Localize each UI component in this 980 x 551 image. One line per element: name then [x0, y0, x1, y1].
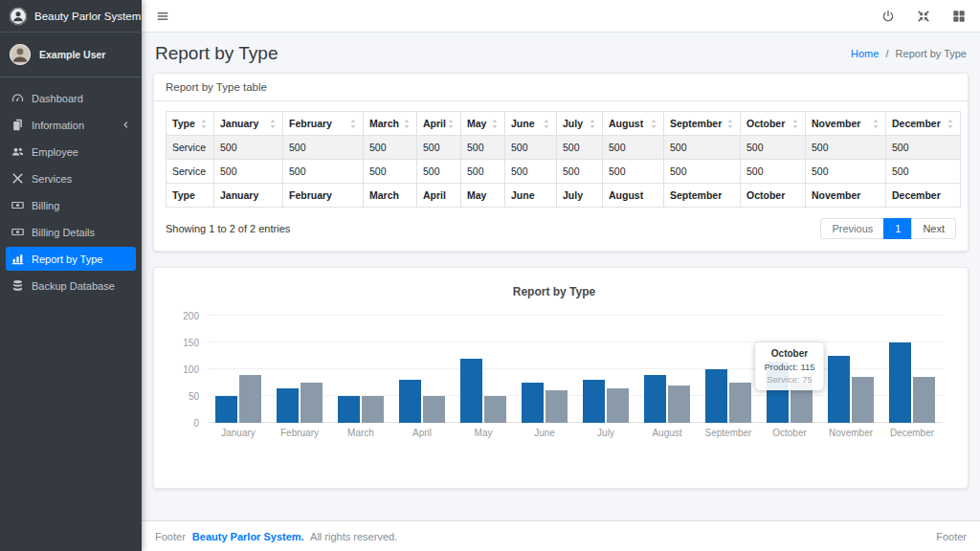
table-cell: 500 — [283, 136, 364, 160]
service-bar-april[interactable] — [423, 396, 445, 423]
sidebar-item-billing[interactable]: Billing — [6, 193, 136, 217]
power-icon[interactable] — [881, 10, 895, 23]
sidebar-item-label: Employee — [32, 146, 78, 158]
next-page-button[interactable]: Next — [911, 218, 956, 239]
product-bar-august[interactable] — [644, 375, 666, 423]
previous-page-button[interactable]: Previous — [820, 218, 884, 239]
brand[interactable]: Beauty Parlor System — [0, 0, 142, 33]
product-bar-april[interactable] — [399, 380, 421, 423]
money-icon — [11, 226, 24, 238]
sort-icon — [491, 119, 499, 129]
bar-group-may — [453, 316, 514, 423]
sidebar-item-report-by-type[interactable]: Report by Type — [6, 247, 136, 271]
product-bar-february[interactable] — [277, 388, 299, 423]
table-cell: 500 — [557, 136, 603, 160]
y-axis-tick: 150 — [183, 338, 199, 348]
product-bar-july[interactable] — [583, 380, 605, 423]
sidebar-item-employee[interactable]: Employee — [6, 140, 136, 164]
footer-column-september: September — [664, 184, 741, 208]
service-bar-may[interactable] — [484, 396, 506, 423]
chart-plot: October Product: 115 Service: 75 — [208, 316, 943, 423]
column-header-november[interactable]: November — [806, 112, 886, 136]
table-cell: 500 — [603, 160, 664, 184]
y-axis-tick: 200 — [183, 311, 199, 321]
file-icon — [11, 119, 24, 131]
table-cell: Service — [167, 136, 214, 160]
column-header-march[interactable]: March — [364, 112, 417, 136]
sidebar-item-label: Billing — [32, 200, 59, 211]
product-bar-may[interactable] — [460, 359, 482, 423]
report-table: TypeJanuaryFebruaryMarchAprilMayJuneJuly… — [166, 111, 961, 208]
footer-prefix: Footer — [155, 531, 186, 542]
service-bar-january[interactable] — [239, 375, 261, 423]
column-header-january[interactable]: January — [214, 112, 283, 136]
grid-icon[interactable] — [952, 10, 966, 23]
y-axis-tick: 0 — [193, 418, 199, 429]
table-cell: 500 — [364, 160, 417, 184]
sort-icon — [947, 119, 954, 129]
column-header-type[interactable]: Type — [167, 112, 214, 136]
page-footer: Footer Beauty Parlor System. All rights … — [142, 520, 980, 551]
breadcrumb-home-link[interactable]: Home — [851, 48, 879, 59]
footer-column-december: December — [886, 184, 961, 208]
breadcrumb-current: Report by Type — [896, 48, 967, 59]
service-bar-february[interactable] — [301, 383, 323, 423]
sort-icon — [589, 119, 596, 129]
x-axis-label-december: December — [881, 428, 943, 438]
users-icon — [11, 145, 24, 158]
chart-y-axis: 050100150200 — [166, 316, 208, 423]
navbar-right-icons — [881, 10, 966, 23]
bar-group-march — [330, 316, 391, 423]
product-bar-november[interactable] — [828, 356, 850, 423]
footer-column-march: March — [364, 184, 417, 208]
service-bar-june[interactable] — [546, 390, 568, 423]
x-axis-label-january: January — [208, 428, 269, 438]
sidebar-item-label: Services — [32, 173, 72, 185]
sidebar-item-backup-database[interactable]: Backup Database — [6, 274, 136, 298]
table-cell: 500 — [283, 160, 364, 184]
column-header-february[interactable]: February — [283, 112, 364, 136]
sidebar-item-services[interactable]: Services — [6, 166, 136, 190]
product-bar-january[interactable] — [215, 396, 237, 423]
user-panel[interactable]: Example User — [0, 33, 142, 77]
sidebar-item-billing-details[interactable]: Billing Details — [6, 220, 136, 244]
sidebar-item-dashboard[interactable]: Dashboard — [6, 86, 136, 110]
sort-icon — [650, 119, 657, 129]
table-cell: 500 — [664, 160, 741, 184]
footer-column-august: August — [603, 184, 664, 208]
footer-brand-link[interactable]: Beauty Parlor System. — [192, 531, 304, 542]
sidebar-item-label: Billing Details — [32, 227, 95, 238]
service-bar-december[interactable] — [913, 377, 935, 423]
service-bar-march[interactable] — [362, 396, 384, 423]
column-header-october[interactable]: October — [741, 112, 806, 136]
service-bar-november[interactable] — [852, 377, 874, 423]
table-cell: 500 — [557, 160, 603, 184]
product-bar-september[interactable] — [705, 369, 727, 423]
sort-icon — [269, 119, 277, 129]
service-bar-july[interactable] — [607, 388, 629, 423]
sidebar-item-information[interactable]: Information — [6, 113, 136, 137]
product-bar-december[interactable] — [889, 342, 911, 423]
compress-icon[interactable] — [917, 10, 930, 23]
product-bar-june[interactable] — [522, 383, 544, 423]
table-cell: 500 — [741, 160, 806, 184]
table-cell: Service — [167, 160, 214, 184]
column-header-september[interactable]: September — [664, 112, 741, 136]
table-cell: 500 — [886, 136, 961, 160]
bar-group-february — [269, 316, 330, 423]
service-bar-august[interactable] — [668, 386, 690, 423]
table-cell: 500 — [603, 136, 664, 160]
top-navbar — [142, 0, 980, 33]
column-header-august[interactable]: August — [603, 112, 664, 136]
column-header-may[interactable]: May — [461, 112, 505, 136]
sidebar-item-label: Information — [32, 120, 84, 131]
service-bar-september[interactable] — [729, 383, 751, 423]
column-header-june[interactable]: June — [505, 112, 557, 136]
product-bar-march[interactable] — [338, 396, 360, 423]
table-card-title: Report by Type table — [154, 74, 968, 101]
bars-icon[interactable] — [156, 10, 169, 23]
page-1-button[interactable]: 1 — [883, 218, 912, 239]
column-header-december[interactable]: December — [886, 112, 961, 136]
column-header-july[interactable]: July — [557, 112, 603, 136]
column-header-april[interactable]: April — [417, 112, 461, 136]
